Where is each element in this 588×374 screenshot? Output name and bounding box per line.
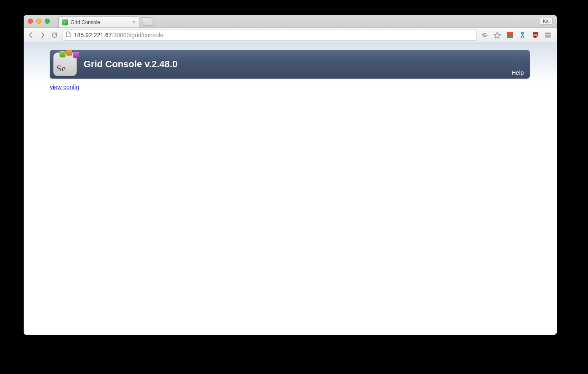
menu-icon[interactable] bbox=[544, 31, 552, 39]
selenium-logo: Se bbox=[53, 52, 77, 76]
browser-window: ✓ Grid Console × Kai 185.92.221.67:30000… bbox=[24, 15, 557, 335]
help-link[interactable]: Help bbox=[512, 69, 524, 76]
close-window-button[interactable] bbox=[28, 19, 33, 24]
url-path: :30000/grid/console bbox=[112, 32, 163, 38]
tab-title: Grid Console bbox=[71, 19, 100, 25]
new-tab-button[interactable] bbox=[141, 17, 154, 26]
logo-text: Se bbox=[54, 63, 65, 76]
svg-rect-3 bbox=[507, 36, 513, 38]
browser-tab[interactable]: ✓ Grid Console × bbox=[58, 16, 139, 27]
bookmark-star-icon[interactable] bbox=[493, 31, 501, 39]
window-controls bbox=[28, 19, 50, 24]
forward-button[interactable] bbox=[39, 31, 46, 39]
page-content: Se Grid Console v.2.48.0 Help view confi… bbox=[24, 42, 557, 91]
back-button[interactable] bbox=[27, 31, 35, 39]
page-viewport: Se Grid Console v.2.48.0 Help view confi… bbox=[24, 42, 557, 335]
tab-strip: ✓ Grid Console × Kai bbox=[24, 15, 557, 28]
tab-favicon: ✓ bbox=[62, 19, 68, 25]
url-host: 185.92.221.67 bbox=[74, 32, 112, 38]
logo-cubes-icon bbox=[60, 49, 79, 55]
close-tab-icon[interactable]: × bbox=[132, 19, 136, 25]
browser-toolbar: 185.92.221.67:30000/grid/console uo bbox=[24, 28, 557, 42]
profile-badge[interactable]: Kai bbox=[540, 18, 553, 25]
minimize-window-button[interactable] bbox=[36, 19, 41, 24]
maximize-window-button[interactable] bbox=[45, 19, 50, 24]
toolbar-extensions: uo bbox=[481, 31, 553, 39]
address-bar[interactable]: 185.92.221.67:30000/grid/console bbox=[63, 30, 476, 41]
svg-text:uo: uo bbox=[533, 33, 537, 37]
extension-v-icon[interactable] bbox=[519, 31, 526, 39]
ublock-icon[interactable]: uo bbox=[531, 31, 539, 39]
reload-button[interactable] bbox=[51, 31, 58, 39]
extension-square-icon[interactable] bbox=[506, 31, 514, 39]
extension-icon[interactable] bbox=[481, 31, 488, 39]
page-icon bbox=[65, 31, 71, 38]
view-config-link[interactable]: view config bbox=[50, 84, 79, 90]
page-title: Grid Console v.2.48.0 bbox=[84, 59, 177, 70]
grid-console-header: Se Grid Console v.2.48.0 Help bbox=[50, 50, 530, 79]
svg-marker-1 bbox=[494, 32, 501, 38]
